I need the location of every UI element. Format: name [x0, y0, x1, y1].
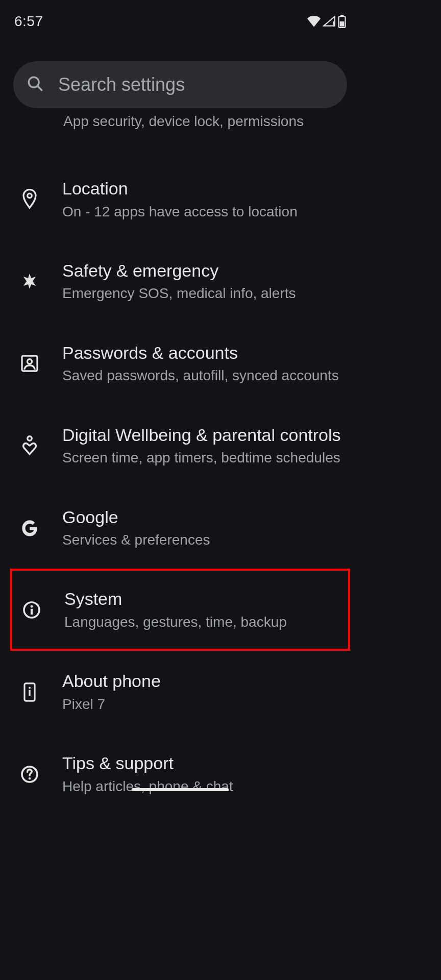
- info-icon: [16, 595, 47, 625]
- search-settings-input[interactable]: Search settings: [13, 61, 347, 108]
- settings-item-system[interactable]: System Languages, gestures, time, backup: [10, 569, 350, 651]
- google-icon: [14, 512, 45, 543]
- item-title: Tips & support: [62, 752, 346, 774]
- help-icon: [14, 759, 45, 790]
- settings-item-safety[interactable]: Safety & emergency Emergency SOS, medica…: [0, 240, 360, 323]
- settings-item-wellbeing[interactable]: Digital Wellbeing & parental controls Sc…: [0, 405, 360, 487]
- search-icon: [27, 75, 44, 94]
- settings-scroll[interactable]: App security, device lock, permissions L…: [0, 111, 360, 800]
- partial-item-subtitle: App security, device lock, permissions: [0, 113, 360, 130]
- svg-rect-3: [340, 21, 345, 27]
- item-title: Passwords & accounts: [62, 342, 346, 364]
- item-subtitle: Screen time, app timers, bedtime schedul…: [62, 449, 346, 467]
- svg-point-8: [28, 359, 32, 364]
- svg-text:!: !: [333, 20, 335, 27]
- status-icons: !: [307, 15, 346, 28]
- item-title: Safety & emergency: [62, 260, 346, 282]
- item-title: About phone: [62, 670, 346, 692]
- settings-item-about-phone[interactable]: About phone Pixel 7: [0, 651, 360, 733]
- svg-point-11: [31, 605, 33, 608]
- account-box-icon: [14, 348, 45, 379]
- item-subtitle: Help articles, phone & chat: [62, 777, 346, 796]
- svg-line-5: [37, 86, 42, 90]
- item-subtitle: Saved passwords, autofill, synced accoun…: [62, 366, 346, 385]
- search-placeholder: Search settings: [58, 74, 185, 95]
- item-subtitle: Languages, gestures, time, backup: [64, 613, 344, 631]
- item-title: System: [64, 588, 344, 610]
- svg-point-6: [28, 194, 32, 199]
- nav-handle[interactable]: [132, 788, 229, 791]
- svg-point-14: [29, 687, 31, 689]
- item-subtitle: On - 12 apps have access to location: [62, 203, 346, 221]
- cellular-signal-icon: !: [323, 16, 336, 27]
- status-time: 6:57: [14, 13, 43, 30]
- wellbeing-icon: [14, 430, 45, 461]
- item-title: Digital Wellbeing & parental controls: [62, 424, 346, 446]
- item-subtitle: Emergency SOS, medical info, alerts: [62, 284, 346, 303]
- item-title: Google: [62, 506, 346, 528]
- item-title: Location: [62, 178, 346, 200]
- svg-rect-12: [31, 609, 33, 615]
- item-subtitle: Pixel 7: [62, 695, 346, 714]
- battery-icon: [338, 15, 346, 28]
- settings-item-location[interactable]: Location On - 12 apps have access to loc…: [0, 158, 360, 240]
- settings-item-passwords[interactable]: Passwords & accounts Saved passwords, au…: [0, 323, 360, 405]
- settings-item-google[interactable]: Google Services & preferences: [0, 487, 360, 569]
- svg-point-9: [28, 436, 32, 440]
- medical-icon: [14, 266, 45, 297]
- phone-device-icon: [14, 677, 45, 707]
- svg-point-17: [29, 777, 31, 780]
- item-subtitle: Services & preferences: [62, 531, 346, 549]
- location-pin-icon: [14, 184, 45, 214]
- status-bar: 6:57 !: [0, 0, 360, 33]
- svg-rect-15: [29, 690, 30, 695]
- wifi-icon: [307, 16, 321, 27]
